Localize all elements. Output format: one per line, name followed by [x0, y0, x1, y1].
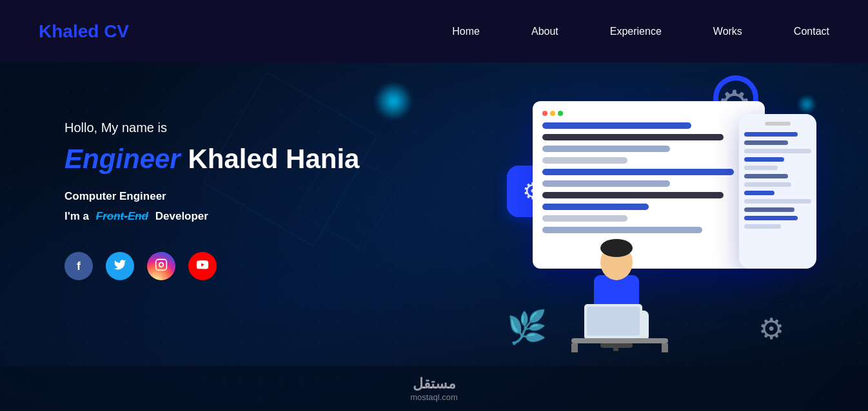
hero-frontend-text: Front-End	[96, 210, 148, 222]
social-instagram-link[interactable]	[147, 252, 175, 280]
watermark-arabic-text: مستقل	[413, 376, 456, 392]
code-line-4	[542, 157, 627, 164]
facebook-icon: f	[77, 260, 81, 273]
phone-line-3	[744, 149, 811, 153]
youtube-icon	[196, 258, 209, 274]
hero-title-2: I'm a Front-End Developer	[64, 207, 359, 227]
svg-rect-5	[600, 343, 633, 348]
hero-content: Hollo, My name is Engineer Khaled Hania …	[64, 120, 359, 280]
gear-icon-medium: ⚙	[758, 312, 784, 346]
plant-decoration: 🌿	[507, 309, 547, 346]
hero-name-main: Khaled Hania	[188, 144, 359, 174]
nav-link-works[interactable]: Works	[713, 26, 742, 37]
person-illustration	[558, 211, 675, 352]
nav-item-home[interactable]: Home	[452, 26, 480, 37]
instagram-icon	[155, 258, 168, 274]
watermark-domain-text: mostaql.com	[410, 392, 458, 402]
glow-light-1	[374, 82, 413, 120]
social-youtube-link[interactable]	[188, 252, 217, 280]
twitter-icon	[113, 258, 126, 274]
nav-item-experience[interactable]: Experience	[610, 26, 662, 37]
svg-point-8	[600, 239, 633, 257]
hero-name: Engineer Khaled Hania	[64, 144, 359, 174]
svg-rect-12	[587, 307, 640, 336]
nav-item-works[interactable]: Works	[713, 26, 742, 37]
phone-content-lines	[744, 132, 811, 229]
nav-link-home[interactable]: Home	[452, 26, 480, 37]
phone-illustration	[739, 114, 816, 269]
monitor-dot-yellow	[550, 111, 555, 116]
code-line-1	[542, 122, 691, 129]
phone-line-12	[744, 224, 781, 229]
social-facebook-link[interactable]: f	[64, 252, 93, 280]
phone-line-2	[744, 140, 788, 145]
phone-line-10	[744, 207, 794, 212]
hero-title-prefix: I'm a	[64, 210, 89, 222]
nav-item-about[interactable]: About	[531, 26, 558, 37]
social-icons: f	[64, 252, 359, 280]
nav-link-about[interactable]: About	[531, 26, 558, 37]
hero-description: Computer Engineer I'm a Front-End Develo…	[64, 187, 359, 226]
hero-greeting: Hollo, My name is	[64, 120, 359, 135]
hero-illustration: ⚙ ⚙ ⚙ ⚙	[481, 75, 816, 385]
code-line-2	[542, 134, 724, 140]
phone-line-11	[744, 216, 798, 220]
phone-line-1	[744, 132, 798, 137]
social-twitter-link[interactable]	[106, 252, 134, 280]
nav-link-contact[interactable]: Contact	[794, 26, 829, 37]
nav-item-contact[interactable]: Contact	[794, 26, 829, 37]
phone-line-4	[744, 157, 784, 162]
hero-section: Hollo, My name is Engineer Khaled Hania …	[0, 62, 868, 411]
hero-developer-text: Developer	[155, 210, 208, 222]
phone-line-5	[744, 166, 778, 170]
monitor-dot-red	[542, 111, 547, 116]
navbar: Khaled CV Home About Experience Works Co…	[0, 0, 868, 62]
svg-rect-15	[662, 343, 668, 352]
phone-line-6	[744, 174, 788, 178]
nav-links: Home About Experience Works Contact	[452, 26, 829, 37]
logo[interactable]: Khaled CV	[39, 21, 129, 42]
code-line-7	[542, 192, 724, 198]
monitor-dot-green	[558, 111, 563, 116]
logo-accent: CV	[104, 21, 129, 41]
svg-rect-0	[156, 260, 167, 271]
logo-text: Khaled	[39, 21, 99, 41]
hero-name-prefix: Engineer	[64, 144, 181, 174]
phone-line-8	[744, 191, 774, 195]
code-line-8	[542, 204, 649, 210]
nav-link-experience[interactable]: Experience	[610, 26, 662, 37]
phone-notch	[765, 122, 791, 126]
phone-line-7	[744, 182, 791, 187]
phone-line-9	[744, 199, 811, 204]
hero-title-1: Computer Engineer	[64, 187, 359, 207]
svg-rect-13	[571, 338, 668, 343]
watermark: مستقل mostaql.com	[0, 366, 868, 411]
code-line-3	[542, 146, 670, 152]
monitor-top-bar	[542, 111, 755, 116]
code-line-5	[542, 169, 734, 175]
svg-rect-14	[571, 343, 578, 352]
code-line-6	[542, 180, 670, 187]
